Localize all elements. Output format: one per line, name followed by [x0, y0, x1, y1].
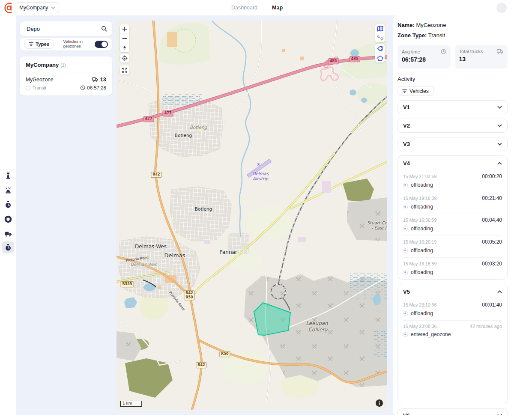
truck-icon [92, 77, 98, 82]
event-duration: 00:05:20 [482, 239, 502, 245]
funnel-icon [29, 42, 33, 46]
event-status-icon [403, 226, 408, 231]
geozone-truck-count: 13 [100, 76, 106, 83]
fullscreen-control [120, 66, 129, 74]
vehicle-accordion: V1 [397, 100, 508, 114]
event-time: 15 May 16:18:59 [403, 261, 436, 266]
top-bar: MyCompany Dashboard Map [0, 0, 514, 15]
zone-name-value: MyGeozone [416, 22, 446, 28]
rail-alarm-siren-icon[interactable] [2, 184, 14, 196]
vehicles-filter-button[interactable]: Vehicles [397, 86, 433, 96]
vehicle-accordion-header[interactable]: V5 [403, 284, 502, 299]
map-layers-button[interactable] [375, 24, 385, 33]
map-tiles: ✈ [117, 21, 387, 410]
zone-type-row: Zone Type: Transit [397, 32, 508, 39]
chevron-down-icon [497, 414, 502, 415]
types-filter-button[interactable]: Types [24, 39, 54, 49]
event-row: 15 May 16:36:5900:04:40 offloading [403, 214, 502, 235]
nav-dashboard[interactable]: Dashboard [231, 5, 257, 11]
chevron-up-icon [497, 162, 502, 165]
vehicle-accordion-expanded: V4 15 May 21:03:5900:00:20 offloading 15… [397, 155, 508, 280]
route-pins-button[interactable] [375, 33, 385, 42]
event-duration: 00:21:40 [482, 195, 502, 201]
event-name: offloading [411, 226, 433, 232]
app-window: MyCompany Dashboard Map [0, 0, 514, 420]
funnel-icon [402, 89, 407, 93]
compass-button[interactable] [120, 43, 129, 52]
event-time: 15 May 23:10:56 [403, 302, 436, 307]
vehicle-accordion: V6 [397, 408, 508, 415]
vehicle-activity-list: V1 V2 V3 V4 [397, 100, 508, 415]
vehicle-accordion-header[interactable]: V1 [403, 101, 502, 114]
brand-logo-icon [3, 2, 14, 14]
group-name: MyCompany [26, 62, 59, 68]
vehicle-id: V1 [403, 104, 410, 110]
group-header: MyCompany(1) [20, 57, 112, 72]
geozone-group-card: MyCompany(1) MyGeozone 13 Transit 06:57:… [20, 57, 112, 95]
event-row: 15 May 16:18:5900:03:20 offloading [403, 257, 502, 279]
event-duration: 00:03:20 [482, 261, 502, 267]
event-time: 15 May 23:08:36 [403, 324, 436, 329]
event-row: 15 May 16:26:1900:05:20 offloading [403, 235, 502, 257]
geozone-control [375, 44, 385, 63]
activity-title: Activity [397, 76, 508, 82]
map-scale-bar: 1 km [120, 401, 142, 407]
zoom-in-button[interactable] [120, 24, 129, 33]
event-row: 15 May 23:10:5600:01:40 offloading [403, 299, 502, 320]
rail-truck-icon[interactable] [2, 228, 14, 240]
rail-control-tower-icon[interactable] [2, 170, 14, 182]
chevron-down-icon [497, 124, 502, 127]
clock-icon [441, 49, 446, 54]
geozone-list-item[interactable]: MyGeozone 13 Transit 06:57:28 [20, 72, 112, 92]
rail-record-ring-icon[interactable] [2, 213, 14, 225]
geozone-search [20, 21, 112, 36]
avg-time-value: 06:57:28 [402, 56, 446, 63]
vehicle-id: V5 [403, 289, 410, 295]
fullscreen-button[interactable] [120, 66, 129, 74]
zoom-out-button[interactable] [120, 33, 129, 43]
event-status-icon [403, 205, 408, 209]
rail-geozone-timer-icon[interactable] [2, 241, 14, 253]
event-status-icon [403, 332, 408, 337]
clock-icon [80, 85, 85, 90]
zone-stats: Avg time 06:57:28 Total trucks 13 [397, 45, 508, 69]
zone-type-label: Zone Type: [397, 32, 427, 39]
geozone-detail-panel: Name: MyGeozone Zone Type: Transit Avg t… [393, 15, 514, 415]
total-trucks-value: 13 [459, 56, 504, 63]
geozone-name: MyGeozone [26, 77, 54, 83]
module-rail [0, 15, 16, 415]
locate-button[interactable] [120, 54, 129, 63]
event-name: offloading [411, 182, 433, 188]
zoom-control [120, 24, 129, 52]
nav-map[interactable]: Map [272, 5, 283, 11]
event-name: offloading [411, 247, 433, 253]
vehicle-accordion-header[interactable]: V4 [403, 156, 502, 170]
event-time: 15 May 21:03:59 [403, 174, 436, 179]
vehicle-accordion-header[interactable]: V2 [403, 119, 502, 132]
zone-type-value: Transit [428, 32, 445, 39]
event-status-icon [403, 183, 408, 188]
polygon-draw-button[interactable] [375, 53, 385, 63]
vehicles-in-geozones-toggle[interactable] [95, 41, 108, 48]
search-input[interactable] [26, 25, 96, 33]
company-selector[interactable]: MyCompany [15, 2, 59, 13]
vehicle-id: V2 [403, 122, 410, 129]
search-icon[interactable] [101, 26, 107, 32]
group-count: (1) [60, 63, 66, 68]
vehicle-accordion-header[interactable]: V6 [403, 409, 502, 415]
locate-control [120, 54, 129, 63]
zone-name-label: Name: [397, 22, 415, 28]
total-trucks-card: Total trucks 13 [455, 45, 508, 69]
tag-labels-button[interactable] [375, 44, 385, 53]
truck-icon [497, 49, 503, 54]
rail-stopwatch-icon[interactable] [2, 199, 14, 211]
vehicles-filter-label: Vehicles [409, 88, 429, 94]
vehicles-in-geozones-label: Vehicles in geozones [63, 39, 87, 49]
attribution-info-icon[interactable] [376, 399, 383, 407]
user-avatar[interactable] [496, 3, 507, 13]
event-row: 15 May 21:03:5900:00:20 offloading [403, 170, 502, 192]
vehicle-accordion-header[interactable]: V3 [403, 137, 502, 151]
event-time: 15 May 19:16:39 [403, 196, 436, 201]
map-canvas[interactable]: ✈ Botleng Botleng Botleng Delmas-Wes Del… [117, 21, 387, 410]
event-duration: 42 minutes ago [470, 324, 502, 329]
